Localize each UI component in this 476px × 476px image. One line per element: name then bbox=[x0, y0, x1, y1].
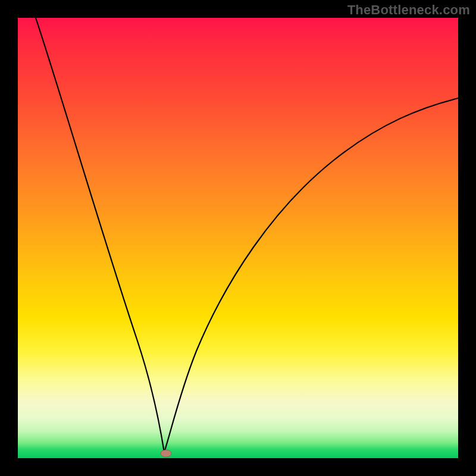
bottleneck-curve-right bbox=[164, 98, 458, 452]
curve-layer bbox=[18, 18, 458, 458]
watermark-text: TheBottleneck.com bbox=[347, 2, 470, 18]
plot-area bbox=[18, 18, 458, 458]
chart-frame: TheBottleneck.com bbox=[0, 0, 476, 476]
bottleneck-curve-left bbox=[36, 18, 164, 452]
optimal-point-marker bbox=[161, 450, 171, 457]
